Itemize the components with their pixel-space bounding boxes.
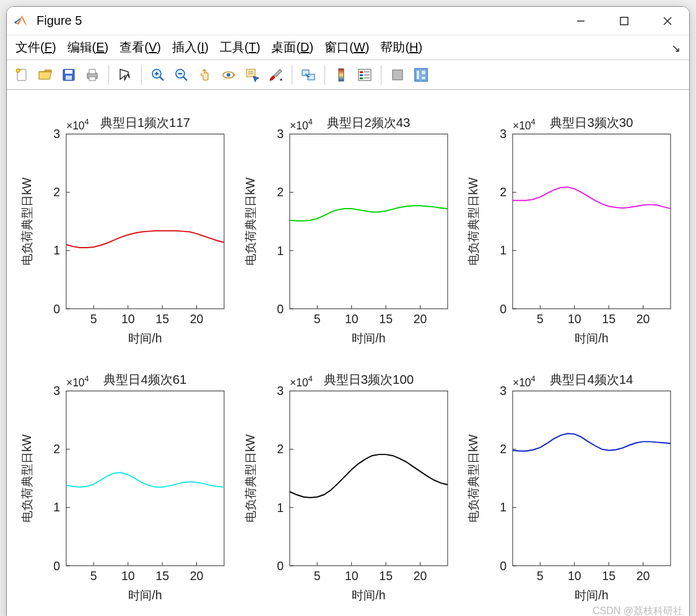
svg-rect-104 bbox=[66, 391, 224, 565]
svg-text:15: 15 bbox=[379, 312, 393, 326]
svg-text:0: 0 bbox=[500, 302, 507, 316]
maximize-button[interactable] bbox=[602, 7, 646, 35]
svg-rect-22 bbox=[246, 69, 255, 77]
zoom-out-button[interactable] bbox=[170, 64, 193, 86]
svg-text:5: 5 bbox=[90, 312, 97, 326]
svg-text:时间/h: 时间/h bbox=[575, 588, 609, 602]
insert-legend-button[interactable] bbox=[354, 64, 376, 86]
edit-plot-button[interactable] bbox=[114, 64, 136, 86]
minimize-button[interactable] bbox=[559, 7, 602, 35]
titlebar: Figure 5 bbox=[7, 7, 689, 35]
save-button[interactable] bbox=[58, 64, 80, 86]
svg-rect-1 bbox=[620, 17, 628, 25]
svg-text:1: 1 bbox=[500, 500, 507, 514]
zoom-in-button[interactable] bbox=[147, 64, 169, 86]
menu-overflow-arrow[interactable]: ↘ bbox=[671, 41, 681, 55]
svg-text:10: 10 bbox=[345, 312, 359, 326]
svg-text:3: 3 bbox=[277, 384, 284, 397]
svg-text:3: 3 bbox=[500, 127, 507, 141]
svg-rect-28 bbox=[339, 69, 344, 81]
svg-rect-30 bbox=[360, 71, 363, 73]
figure-canvas[interactable]: 51015200123 时间/h 电负荷典型日kW ×104 典型日1频次117… bbox=[7, 90, 689, 616]
rotate3d-button[interactable] bbox=[217, 64, 240, 86]
axes-1[interactable]: 51015200123 时间/h 电负荷典型日kW ×104 典型日1频次117 bbox=[19, 108, 230, 353]
svg-text:典型日1频次117: 典型日1频次117 bbox=[100, 116, 190, 129]
svg-rect-11 bbox=[89, 69, 95, 74]
svg-text:2: 2 bbox=[500, 185, 507, 199]
window-controls bbox=[559, 7, 689, 35]
svg-text:5: 5 bbox=[537, 312, 544, 326]
svg-text:电负荷典型日kW: 电负荷典型日kW bbox=[243, 177, 257, 266]
svg-text:5: 5 bbox=[90, 569, 97, 583]
menu-desktop[interactable]: 桌面(D) bbox=[271, 39, 313, 56]
menu-tools[interactable]: 工具(T) bbox=[220, 39, 261, 56]
svg-rect-146 bbox=[513, 391, 671, 565]
axes-3[interactable]: 51015200123 时间/h 电负荷典型日kW ×104 典型日3频次30 bbox=[466, 108, 677, 353]
svg-text:×104: ×104 bbox=[66, 118, 89, 132]
svg-rect-9 bbox=[66, 76, 72, 80]
svg-rect-40 bbox=[421, 76, 426, 80]
menu-file[interactable]: 文件(F) bbox=[15, 39, 56, 56]
show-plot-tools-button[interactable] bbox=[410, 64, 432, 86]
open-button[interactable] bbox=[34, 64, 56, 86]
svg-rect-31 bbox=[360, 74, 363, 76]
svg-text:电负荷典型日kW: 电负荷典型日kW bbox=[467, 433, 481, 522]
hide-plot-tools-button[interactable] bbox=[386, 64, 409, 86]
svg-text:典型日3频次100: 典型日3频次100 bbox=[323, 371, 413, 386]
svg-text:3: 3 bbox=[500, 384, 507, 397]
svg-text:电负荷典型日kW: 电负荷典型日kW bbox=[20, 433, 33, 522]
menu-window[interactable]: 窗口(W) bbox=[324, 39, 369, 56]
insert-colorbar-button[interactable] bbox=[330, 64, 352, 86]
svg-rect-41 bbox=[66, 134, 224, 309]
brush-button[interactable] bbox=[264, 64, 287, 86]
titlebar-left: Figure 5 bbox=[14, 14, 82, 28]
svg-text:典型日3频次30: 典型日3频次30 bbox=[550, 116, 633, 129]
new-figure-button[interactable] bbox=[11, 64, 33, 86]
close-button[interactable] bbox=[646, 7, 689, 35]
svg-text:20: 20 bbox=[190, 569, 204, 583]
axes-6[interactable]: 51015200123 时间/h 电负荷典型日kW ×104 典型日4频次14 bbox=[466, 365, 677, 610]
svg-text:3: 3 bbox=[53, 127, 60, 141]
svg-text:5: 5 bbox=[314, 569, 321, 583]
pan-button[interactable] bbox=[194, 64, 216, 86]
print-button[interactable] bbox=[81, 64, 103, 86]
figure-window: Figure 5 文件(F) 编辑(E) 查看(V) 插入(I) 工具(T) 桌… bbox=[6, 6, 690, 616]
axes-5[interactable]: 51015200123 时间/h 电负荷典型日kW ×104 典型日3频次100 bbox=[243, 365, 454, 610]
menu-help[interactable]: 帮助(H) bbox=[380, 39, 422, 56]
svg-text:0: 0 bbox=[277, 302, 284, 316]
svg-point-21 bbox=[227, 73, 230, 77]
svg-text:15: 15 bbox=[602, 312, 616, 326]
axes-2[interactable]: 51015200123 时间/h 电负荷典型日kW ×104 典型日2频次43 bbox=[243, 108, 454, 353]
menu-insert[interactable]: 插入(I) bbox=[172, 39, 209, 56]
svg-text:10: 10 bbox=[121, 569, 135, 583]
svg-text:0: 0 bbox=[500, 558, 507, 572]
svg-text:15: 15 bbox=[155, 312, 169, 326]
svg-text:0: 0 bbox=[53, 558, 60, 572]
svg-text:1: 1 bbox=[53, 500, 60, 514]
svg-text:1: 1 bbox=[277, 244, 284, 258]
svg-text:20: 20 bbox=[637, 312, 650, 326]
toolbar-separator bbox=[108, 65, 109, 85]
svg-line-18 bbox=[183, 77, 187, 80]
svg-text:2: 2 bbox=[277, 442, 284, 456]
menubar: 文件(F) 编辑(E) 查看(V) 插入(I) 工具(T) 桌面(D) 窗口(W… bbox=[7, 35, 689, 60]
svg-text:电负荷典型日kW: 电负荷典型日kW bbox=[243, 433, 257, 522]
svg-text:20: 20 bbox=[637, 569, 650, 583]
svg-text:2: 2 bbox=[500, 442, 507, 456]
matlab-icon bbox=[14, 14, 29, 28]
svg-rect-39 bbox=[421, 70, 426, 75]
svg-text:电负荷典型日kW: 电负荷典型日kW bbox=[20, 177, 33, 266]
link-plot-button[interactable] bbox=[297, 64, 320, 86]
svg-text:1: 1 bbox=[277, 500, 284, 514]
axes-4[interactable]: 51015200123 时间/h 电负荷典型日kW ×104 典型日4频次61 bbox=[19, 365, 230, 610]
menu-edit[interactable]: 编辑(E) bbox=[67, 39, 109, 56]
data-cursor-button[interactable] bbox=[241, 64, 263, 86]
svg-text:10: 10 bbox=[121, 312, 135, 326]
svg-text:1: 1 bbox=[500, 244, 507, 258]
toolbar bbox=[7, 60, 689, 90]
svg-text:10: 10 bbox=[345, 569, 359, 583]
menu-view[interactable]: 查看(V) bbox=[120, 39, 161, 56]
svg-point-6 bbox=[16, 69, 20, 72]
svg-rect-83 bbox=[513, 134, 671, 309]
svg-text:时间/h: 时间/h bbox=[352, 588, 385, 602]
